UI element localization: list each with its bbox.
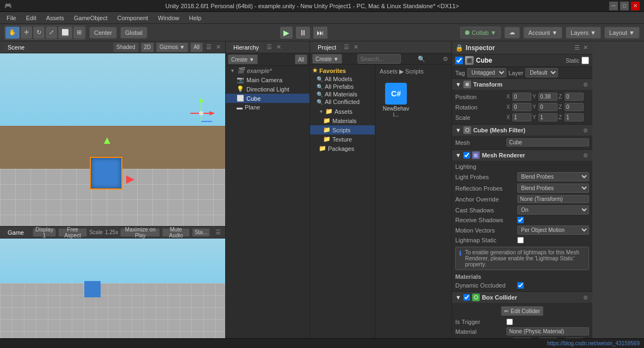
reflection-probes-dropdown[interactable]: Blend Probes	[517, 184, 589, 193]
scale-x-input[interactable]	[512, 113, 531, 121]
tree-texture[interactable]: 📁 Texture	[310, 135, 375, 144]
center-y-input[interactable]	[538, 338, 558, 338]
is-trigger-checkbox[interactable]	[506, 319, 513, 325]
layer-dropdown[interactable]: Default	[525, 68, 558, 77]
maximize-button[interactable]: □	[620, 2, 629, 10]
inspector-close-icon[interactable]: ✕	[582, 44, 589, 52]
hierarchy-item-cube[interactable]: ⬜ Cube	[226, 94, 309, 103]
menu-file[interactable]: File	[2, 14, 21, 22]
dynamic-occluded-checkbox[interactable]	[517, 282, 524, 289]
minimize-button[interactable]: ─	[609, 2, 618, 10]
game-viewport[interactable]	[0, 239, 225, 338]
pause-button[interactable]: ⏸	[296, 27, 310, 39]
tree-packages[interactable]: 📁 Packages	[310, 144, 375, 153]
menu-edit[interactable]: Edit	[22, 14, 41, 22]
menu-window[interactable]: Window	[153, 14, 183, 22]
cast-shadows-dropdown[interactable]: On	[517, 205, 589, 215]
scene-viewport[interactable]: ▲ ▶ Persp	[0, 53, 225, 226]
project-search-input[interactable]	[357, 54, 401, 64]
scene-panel-menu[interactable]: ☰	[205, 43, 213, 51]
tree-assets[interactable]: ▼ 📁 Assets	[310, 107, 375, 116]
rotation-x-input[interactable]	[512, 103, 531, 111]
gizmos-button[interactable]: Gizmos ▼	[156, 42, 188, 52]
step-button[interactable]: ⏭	[313, 27, 327, 39]
edit-collider-button[interactable]: ✏ Edit Collider	[501, 306, 543, 316]
mute-audio-button[interactable]: Mute Audio	[162, 228, 189, 237]
favorites-header[interactable]: ★ Favorites	[310, 66, 375, 75]
scene-tab[interactable]: Scene	[3, 43, 29, 52]
2d-button[interactable]: 2D	[141, 42, 154, 52]
multi-tool-button[interactable]: ⊞	[73, 27, 85, 39]
stats-button[interactable]: Sta...	[192, 228, 210, 237]
hierarchy-all-button[interactable]: All	[295, 54, 307, 64]
game-tab[interactable]: Game	[3, 228, 28, 237]
hierarchy-item-camera[interactable]: 📷 Main Camera	[226, 75, 309, 84]
rotate-tool-button[interactable]: ↻	[33, 27, 45, 39]
tag-dropdown[interactable]: Untagged	[467, 68, 506, 77]
center-z-input[interactable]	[565, 338, 584, 338]
transform-settings-icon[interactable]: ⚙	[582, 82, 589, 88]
receive-shadows-checkbox[interactable]	[517, 217, 524, 223]
all-button[interactable]: All	[190, 42, 203, 52]
light-probes-dropdown[interactable]: Blend Probes	[517, 172, 589, 181]
game-panel-menu[interactable]: ☰	[214, 228, 222, 236]
center-toggle[interactable]: Center	[89, 27, 117, 39]
lightmap-static-checkbox[interactable]	[517, 237, 524, 243]
shaded-button[interactable]: Shaded	[113, 42, 138, 52]
position-y-input[interactable]	[538, 93, 558, 101]
mesh-filter-header[interactable]: ▼ ⬡ Cube (Mesh Filter) ⚙	[452, 125, 592, 136]
account-button[interactable]: Account ▼	[523, 27, 562, 39]
hierarchy-item-example[interactable]: ▼ 🎬 example*	[226, 66, 309, 75]
hierarchy-close[interactable]: ✕	[275, 43, 282, 51]
global-toggle[interactable]: Global	[120, 27, 147, 39]
hierarchy-menu[interactable]: ☰	[265, 43, 273, 51]
hand-tool-button[interactable]: ✋	[5, 27, 20, 39]
mesh-renderer-active-checkbox[interactable]	[463, 152, 470, 158]
center-x-input[interactable]	[512, 338, 531, 338]
mesh-renderer-settings-icon[interactable]: ⚙	[582, 152, 589, 158]
maximize-on-play-button[interactable]: Maximize on Play	[120, 228, 160, 237]
rotation-y-input[interactable]	[538, 103, 558, 111]
play-button[interactable]: ▶	[280, 27, 293, 39]
rect-tool-button[interactable]: ⬜	[58, 27, 72, 39]
aspect-button[interactable]: Free Aspect	[58, 228, 87, 237]
motion-vectors-dropdown[interactable]: Per Object Motion	[517, 225, 589, 235]
position-z-input[interactable]	[565, 93, 584, 101]
scale-z-input[interactable]	[565, 113, 584, 121]
box-collider-header[interactable]: ▼ ⬡ Box Collider ⚙	[452, 292, 592, 303]
box-collider-active-checkbox[interactable]	[463, 294, 470, 301]
fav-all-models[interactable]: 🔍 All Models	[310, 75, 375, 83]
layers-button[interactable]: Layers ▼	[566, 27, 601, 39]
move-tool-button[interactable]: ✛	[21, 27, 32, 39]
object-active-checkbox[interactable]	[455, 57, 463, 64]
search-icon[interactable]: 🔍	[417, 55, 426, 63]
tree-scripts[interactable]: 📁 Scripts	[310, 125, 375, 135]
hierarchy-create-button[interactable]: Create ▼	[228, 54, 258, 64]
cube-object[interactable]	[90, 157, 122, 190]
box-collider-settings-icon[interactable]: ⚙	[582, 295, 589, 301]
fav-all-prefabs[interactable]: 🔍 All Prefabs	[310, 83, 375, 90]
inspector-menu-icon[interactable]: ☰	[573, 44, 581, 52]
fav-all-materials[interactable]: 🔍 All Materials	[310, 90, 375, 98]
collab-button[interactable]: Collab ▼	[460, 27, 501, 39]
project-create-button[interactable]: Create ▼	[312, 54, 342, 64]
hierarchy-item-plane[interactable]: ▬ Plane	[226, 103, 309, 112]
menu-component[interactable]: Component	[113, 14, 152, 22]
project-menu[interactable]: ☰	[343, 43, 350, 51]
menu-assets[interactable]: Assets	[42, 14, 69, 22]
position-x-input[interactable]	[512, 93, 531, 101]
transform-header[interactable]: ▼ ⊕ Transform ⚙	[452, 79, 592, 90]
menu-gameobject[interactable]: GameObject	[70, 14, 112, 22]
mesh-renderer-header[interactable]: ▼ ▣ Mesh Renderer ⚙	[452, 150, 592, 161]
fav-all-conflicted[interactable]: 🔍 All Conflicted	[310, 98, 375, 106]
scale-y-input[interactable]	[538, 113, 558, 121]
close-button[interactable]: ✕	[631, 2, 640, 10]
menu-help[interactable]: Help	[184, 14, 206, 22]
hierarchy-tab[interactable]: Hierarchy	[229, 43, 263, 52]
layout-button[interactable]: Layout ▼	[604, 27, 640, 39]
static-checkbox[interactable]	[581, 57, 589, 64]
display-button[interactable]: Display 1	[33, 228, 56, 237]
project-settings-icon[interactable]: ⚙	[442, 55, 449, 63]
hierarchy-item-light[interactable]: 💡 Directional Light	[226, 84, 309, 94]
mesh-filter-settings-icon[interactable]: ⚙	[582, 127, 589, 133]
